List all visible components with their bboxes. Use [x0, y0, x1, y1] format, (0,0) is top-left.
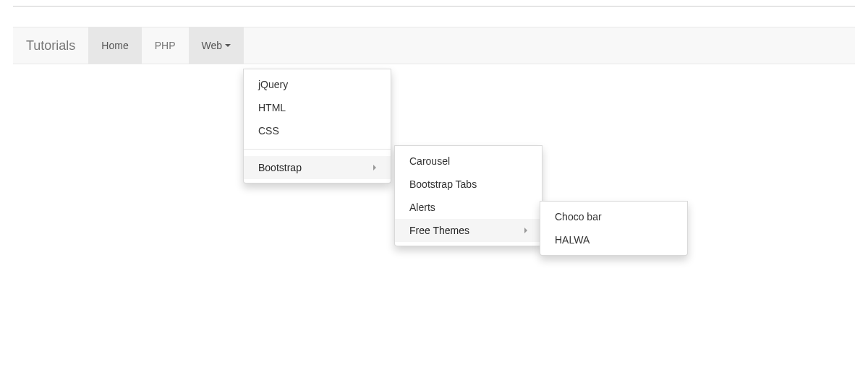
nav-label: PHP	[155, 40, 176, 51]
caret-down-icon	[225, 44, 231, 47]
nav-label: Home	[101, 40, 128, 51]
nav-item-home[interactable]: Home	[88, 27, 141, 64]
nav-list: Home PHP Web	[88, 27, 244, 64]
nav-item-php[interactable]: PHP	[142, 27, 189, 64]
navbar-brand[interactable]: Tutorials	[13, 27, 88, 64]
nav-item-web[interactable]: Web	[189, 27, 244, 64]
top-divider	[13, 6, 855, 7]
navbar: Tutorials Home PHP Web	[13, 27, 855, 64]
nav-label: Web	[202, 40, 223, 51]
